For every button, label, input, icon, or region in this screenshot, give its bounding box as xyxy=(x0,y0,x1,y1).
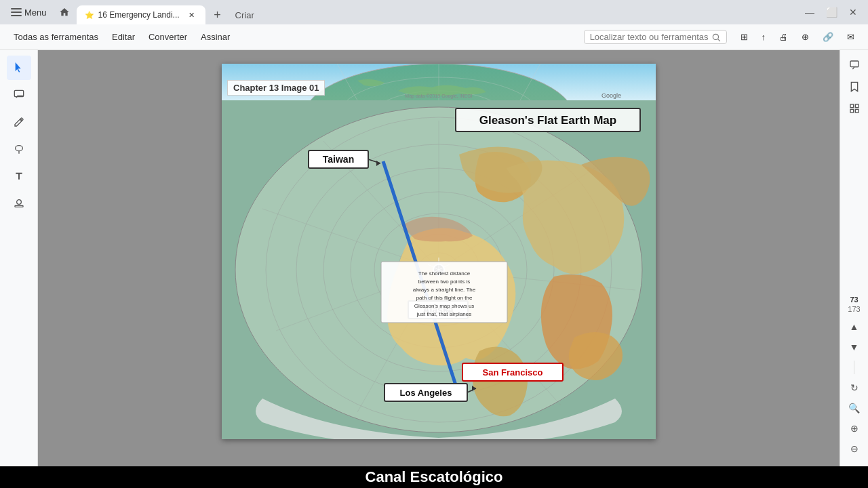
search-doc-btn[interactable]: 🔍 xyxy=(845,399,864,418)
page-total: 173 xyxy=(848,305,860,313)
svg-rect-67 xyxy=(850,109,854,113)
flat-earth-map: Taiwan Alaska Los An xyxy=(222,100,656,439)
svg-text:The shortest distance: The shortest distance xyxy=(418,270,471,277)
criar-button[interactable]: Criar xyxy=(230,5,260,24)
svg-text:always a straight line. The: always a straight line. The xyxy=(413,287,476,293)
title-bar: Menu ⭐ 16 Emergency Landi... ✕ + Criar —… xyxy=(0,0,868,24)
svg-text:Gleason's map shows us: Gleason's map shows us xyxy=(414,303,475,309)
maximize-button[interactable]: ⬜ xyxy=(822,3,841,22)
lasso-tool[interactable] xyxy=(7,137,31,161)
close-button[interactable]: ✕ xyxy=(844,3,863,22)
svg-rect-65 xyxy=(850,104,854,108)
map-body: Taiwan Alaska Los An xyxy=(222,100,656,439)
search-bar[interactable]: Localizar texto ou ferramentas xyxy=(584,30,727,44)
edit-button[interactable]: Editar xyxy=(106,29,140,45)
pdf-toolbar: Todas as ferramentas Editar Converter As… xyxy=(0,24,868,50)
left-sidebar xyxy=(0,50,38,466)
text-tool[interactable] xyxy=(7,164,31,188)
search-label: Localizar texto ou ferramentas xyxy=(590,32,709,42)
cursor-icon xyxy=(14,62,24,73)
pdf-page: Google Map data ©2019 Google, INEGI Chap… xyxy=(222,64,656,439)
comment-panel-icon xyxy=(849,60,860,70)
mail-btn[interactable]: ✉ xyxy=(842,29,860,45)
convert-button[interactable]: Converter xyxy=(143,29,193,45)
pdf-content[interactable]: Google Map data ©2019 Google, INEGI Chap… xyxy=(38,50,840,466)
menu-button[interactable]: Menu xyxy=(5,5,52,20)
svg-text:Los Angeles: Los Angeles xyxy=(400,388,452,398)
minimize-button[interactable]: — xyxy=(800,3,819,22)
scroll-up-btn[interactable]: ▲ xyxy=(845,317,864,336)
bookmark-panel-btn[interactable] xyxy=(845,77,864,96)
zoom-in-btn[interactable]: ⊕ xyxy=(845,419,864,438)
right-sidebar: 73 173 ▲ ▼ ↻ 🔍 ⊕ ⊖ xyxy=(840,50,868,466)
svg-text:just that, that airplanes: just that, that airplanes xyxy=(416,311,472,317)
scroll-down-btn[interactable]: ▼ xyxy=(845,338,864,357)
search-icon xyxy=(711,33,721,42)
zoom-out-btn[interactable]: ⊖ xyxy=(845,439,864,458)
comment-panel-btn[interactable] xyxy=(845,56,864,75)
svg-line-1 xyxy=(717,39,719,41)
svg-text:San Francisco: San Francisco xyxy=(483,367,543,378)
grid-icon xyxy=(849,103,860,114)
upload-btn[interactable]: ↑ xyxy=(756,29,772,45)
cursor-tool[interactable] xyxy=(7,56,31,80)
stamp-icon xyxy=(14,198,24,209)
tab-favicon: ⭐ xyxy=(85,11,94,20)
main-area: Google Map data ©2019 Google, INEGI Chap… xyxy=(0,50,868,466)
grid-panel-btn[interactable] xyxy=(845,99,864,118)
tab-title: 16 Emergency Landi... xyxy=(98,10,180,20)
print-btn[interactable]: 🖨 xyxy=(774,29,793,45)
comment-icon xyxy=(14,89,24,100)
window-controls: — ⬜ ✕ xyxy=(800,3,863,22)
view-btn[interactable]: ⊞ xyxy=(735,29,753,45)
link-btn[interactable]: 🔗 xyxy=(817,29,839,45)
bookmark-icon xyxy=(849,81,860,92)
svg-text:path of this flight on the: path of this flight on the xyxy=(416,295,473,301)
active-tab[interactable]: ⭐ 16 Emergency Landi... ✕ xyxy=(77,5,205,24)
refresh-btn[interactable]: ↻ xyxy=(845,378,864,397)
svg-point-0 xyxy=(713,34,718,39)
svg-text:Taiwan: Taiwan xyxy=(323,154,354,165)
pencil-tool[interactable] xyxy=(7,110,31,134)
tab-bar: ⭐ 16 Emergency Landi... ✕ + Criar xyxy=(77,0,797,24)
tab-close-button[interactable]: ✕ xyxy=(186,9,197,20)
new-tab-button[interactable]: + xyxy=(208,5,227,24)
home-button[interactable] xyxy=(55,3,74,22)
svg-text:Map data ©2019 Google, INEGI: Map data ©2019 Google, INEGI xyxy=(405,94,472,99)
svg-rect-68 xyxy=(855,109,859,113)
pdf-page-wrapper: Google Map data ©2019 Google, INEGI Chap… xyxy=(222,64,656,453)
settings-btn[interactable]: ⊕ xyxy=(796,29,814,45)
hamburger-icon xyxy=(11,8,22,16)
svg-rect-64 xyxy=(850,61,859,67)
svg-rect-5 xyxy=(15,205,23,207)
svg-text:between two points is: between two points is xyxy=(418,279,471,285)
lasso-icon xyxy=(14,144,24,155)
svg-rect-66 xyxy=(855,104,859,108)
svg-point-4 xyxy=(16,200,21,205)
bottom-banner: Canal Escatológico xyxy=(0,466,868,488)
pencil-icon xyxy=(14,117,24,127)
tools-button[interactable]: Todas as ferramentas xyxy=(8,29,104,45)
svg-text:Google: Google xyxy=(601,92,621,99)
stamp-tool[interactable] xyxy=(7,191,31,216)
comment-tool[interactable] xyxy=(7,83,31,107)
menu-label: Menu xyxy=(24,7,47,18)
svg-text:Gleason's Flat Earth Map: Gleason's Flat Earth Map xyxy=(479,114,616,127)
text-icon xyxy=(14,171,24,182)
svg-point-3 xyxy=(15,146,22,151)
chapter-label: Chapter 13 Image 01 xyxy=(227,80,325,96)
page-current: 73 xyxy=(850,296,858,304)
home-icon xyxy=(59,7,70,18)
sign-button[interactable]: Assinar xyxy=(195,29,235,45)
bottom-banner-text: Canal Escatológico xyxy=(366,468,503,486)
